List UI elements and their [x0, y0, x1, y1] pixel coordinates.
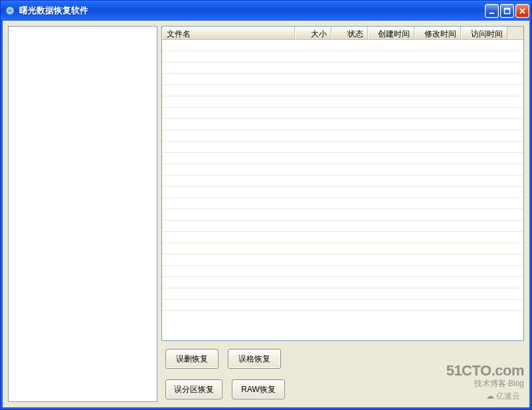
table-row[interactable]: [162, 243, 523, 255]
minimize-button[interactable]: [485, 4, 499, 18]
table-row[interactable]: [162, 119, 523, 130]
recover-partition-button[interactable]: 误分区恢复: [165, 379, 222, 399]
col-modified[interactable]: 修改时间: [414, 27, 461, 39]
table-row[interactable]: [162, 175, 523, 187]
table-row[interactable]: [162, 108, 523, 119]
table-row[interactable]: [162, 277, 523, 288]
table-row[interactable]: [162, 74, 523, 85]
titlebar[interactable]: 曙光数据恢复软件: [1, 1, 531, 21]
app-icon: [5, 5, 15, 16]
window-title: 曙光数据恢复软件: [19, 5, 485, 17]
tree-panel[interactable]: [8, 26, 157, 402]
close-button[interactable]: [515, 4, 529, 18]
table-row[interactable]: [162, 232, 523, 243]
button-row-1: 误删恢复 误格恢复: [161, 341, 524, 371]
table-row[interactable]: [162, 130, 523, 142]
table-row[interactable]: [162, 266, 523, 277]
col-accessed[interactable]: 访问时间: [461, 27, 507, 39]
list-header: 文件名 大小 状态 创建时间 修改时间 访问时间: [162, 27, 523, 40]
right-pane: 文件名 大小 状态 创建时间 修改时间 访问时间 误删恢复 误格恢复 误分区恢复…: [161, 26, 524, 402]
table-row[interactable]: [162, 153, 523, 164]
col-filename[interactable]: 文件名: [162, 27, 295, 39]
table-row[interactable]: [162, 221, 523, 232]
table-row[interactable]: [162, 40, 523, 51]
app-window: 曙光数据恢复软件 文件名 大小 状态 创建时间 修改时间: [0, 0, 532, 410]
recover-raw-button[interactable]: RAW恢复: [232, 379, 285, 399]
table-row[interactable]: [162, 96, 523, 108]
svg-rect-1: [489, 13, 494, 14]
table-row[interactable]: [162, 85, 523, 96]
table-row[interactable]: [162, 300, 523, 311]
table-row[interactable]: [162, 288, 523, 300]
window-controls: [485, 4, 529, 18]
recover-format-button[interactable]: 误格恢复: [228, 349, 281, 369]
list-body[interactable]: [162, 40, 523, 340]
table-row[interactable]: [162, 51, 523, 62]
file-listview[interactable]: 文件名 大小 状态 创建时间 修改时间 访问时间: [161, 26, 524, 341]
button-row-2: 误分区恢复 RAW恢复: [161, 371, 524, 402]
recover-deleted-button[interactable]: 误删恢复: [165, 349, 219, 369]
col-created[interactable]: 创建时间: [368, 27, 414, 39]
col-size[interactable]: 大小: [295, 27, 331, 39]
col-status[interactable]: 状态: [331, 27, 368, 39]
table-row[interactable]: [162, 198, 523, 209]
maximize-button[interactable]: [500, 4, 514, 18]
svg-rect-3: [505, 8, 510, 9]
table-row[interactable]: [162, 255, 523, 266]
table-row[interactable]: [162, 164, 523, 175]
table-row[interactable]: [162, 209, 523, 221]
table-row[interactable]: [162, 187, 523, 198]
table-row[interactable]: [162, 62, 523, 74]
client-area: 文件名 大小 状态 创建时间 修改时间 访问时间 误删恢复 误格恢复 误分区恢复…: [1, 21, 531, 409]
table-row[interactable]: [162, 142, 523, 153]
